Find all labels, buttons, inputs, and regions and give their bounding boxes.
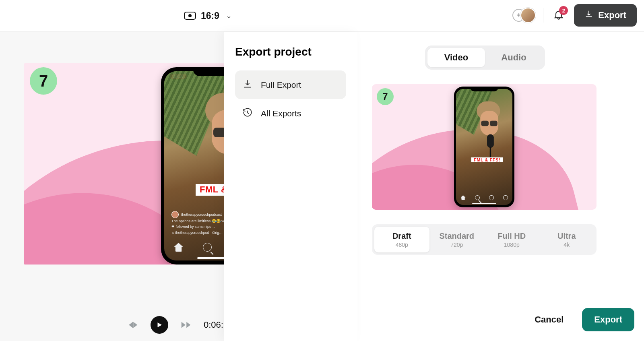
sidebar-item-all-exports[interactable]: All Exports: [235, 99, 346, 128]
rewind-button[interactable]: [125, 317, 141, 333]
notifications-button[interactable]: 2: [551, 7, 567, 23]
chevron-down-icon: ⌄: [226, 11, 232, 20]
search-icon: [203, 243, 212, 252]
forward-button[interactable]: [178, 317, 194, 333]
export-panel: Video Audio 7 FML & FFS! Draft 480p St: [357, 32, 644, 341]
slide-number-badge: 7: [377, 88, 394, 105]
export-sidebar: Export project Full Export All Exports: [224, 32, 357, 341]
avatar: [520, 8, 536, 23]
cancel-button[interactable]: Cancel: [522, 308, 576, 331]
notification-badge: 2: [559, 6, 568, 15]
tab-video[interactable]: Video: [427, 48, 485, 67]
playhead-time: 0:06:: [204, 320, 223, 330]
quality-selector: Draft 480p Standard 720p Full HD 1080p U…: [372, 224, 597, 255]
phone-mockup-small: FML & FFS!: [454, 87, 514, 207]
download-icon: [584, 10, 593, 21]
quality-option-ultra[interactable]: Ultra 4k: [539, 227, 594, 252]
top-bar: 16:9 ⌄ + 2 Export: [0, 0, 644, 32]
play-icon: [156, 321, 163, 329]
forward-icon: [180, 319, 192, 331]
export-action-buttons: Cancel Export: [522, 308, 634, 331]
sidebar-item-label: Full Export: [261, 80, 301, 90]
confirm-export-button[interactable]: Export: [582, 308, 634, 331]
sidebar-item-full-export[interactable]: Full Export: [235, 70, 346, 99]
top-right-controls: + 2 Export: [512, 4, 637, 27]
aspect-ratio-value: 16:9: [201, 10, 219, 21]
export-button[interactable]: Export: [574, 4, 637, 27]
rewind-icon: [127, 319, 139, 331]
slide-number-badge: 7: [30, 67, 57, 95]
play-button[interactable]: [151, 316, 168, 334]
export-sidebar-title: Export project: [235, 45, 346, 58]
sidebar-item-label: All Exports: [261, 109, 301, 118]
quality-option-standard[interactable]: Standard 720p: [429, 227, 485, 252]
aspect-icon: [184, 12, 196, 20]
history-icon: [242, 107, 253, 120]
download-icon: [242, 79, 253, 91]
invite-collaborator[interactable]: +: [512, 6, 536, 25]
quality-option-fullhd[interactable]: Full HD 1080p: [484, 227, 539, 252]
video-caption: FML & FFS!: [471, 157, 503, 162]
export-preview-thumbnail: 7 FML & FFS!: [372, 84, 597, 210]
divider: [543, 8, 543, 23]
export-button-label: Export: [598, 10, 626, 21]
aspect-ratio-selector[interactable]: 16:9 ⌄: [184, 9, 232, 23]
tab-audio[interactable]: Audio: [485, 48, 543, 67]
transport-controls: 0:06:: [125, 316, 223, 334]
home-icon: [174, 243, 183, 252]
quality-option-draft[interactable]: Draft 480p: [374, 227, 429, 252]
export-type-tabs: Video Audio: [425, 45, 545, 70]
